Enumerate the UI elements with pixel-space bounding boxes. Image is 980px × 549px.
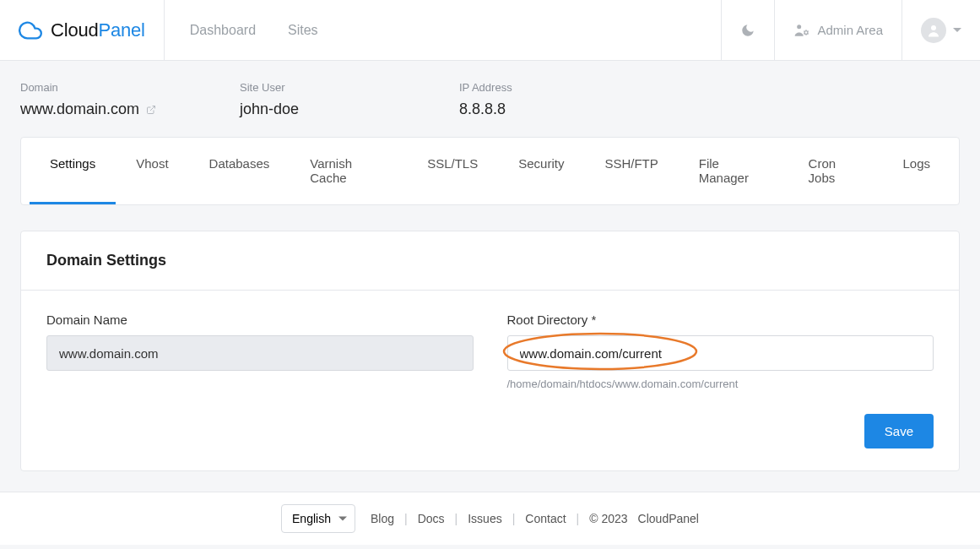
- tabs-card: Settings Vhost Databases Varnish Cache S…: [20, 137, 960, 205]
- footer: English Blog | Docs | Issues | Contact |…: [0, 492, 980, 545]
- ip-value: 8.8.8.8: [459, 101, 679, 118]
- svg-point-1: [805, 30, 809, 34]
- domain-name-field-group: Domain Name: [46, 313, 474, 390]
- moon-icon: [740, 23, 755, 38]
- tab-file-manager[interactable]: File Manager: [679, 138, 788, 204]
- site-info-ip: IP Address 8.8.8.8: [459, 81, 679, 118]
- footer-docs[interactable]: Docs: [418, 512, 445, 525]
- nav-dashboard[interactable]: Dashboard: [190, 23, 256, 38]
- tabs: Settings Vhost Databases Varnish Cache S…: [21, 138, 959, 204]
- footer-copyright: © 2023: [589, 512, 627, 525]
- admin-area-link[interactable]: Admin Area: [774, 0, 901, 60]
- dark-mode-toggle[interactable]: [721, 0, 774, 60]
- tab-logs[interactable]: Logs: [882, 138, 950, 204]
- topbar: CloudPanel Dashboard Sites Admin Area: [0, 0, 980, 61]
- nav-sites[interactable]: Sites: [288, 23, 318, 38]
- user-menu[interactable]: [901, 0, 980, 60]
- domain-value: www.domain.com: [20, 101, 139, 118]
- tab-varnish[interactable]: Varnish Cache: [290, 138, 407, 204]
- save-button[interactable]: Save: [864, 414, 934, 448]
- domain-name-label: Domain Name: [46, 313, 474, 327]
- tab-vhost[interactable]: Vhost: [116, 138, 188, 204]
- footer-contact[interactable]: Contact: [525, 512, 566, 525]
- page-content: Domain www.domain.com Site User john-doe…: [0, 61, 980, 492]
- admin-area-label: Admin Area: [817, 23, 883, 37]
- footer-issues[interactable]: Issues: [468, 512, 501, 525]
- actions-row: Save: [46, 414, 934, 448]
- footer-blog[interactable]: Blog: [371, 512, 394, 525]
- svg-point-2: [931, 25, 936, 30]
- root-directory-input[interactable]: [507, 335, 934, 371]
- domain-name-input: [46, 335, 474, 371]
- domain-label: Domain: [20, 81, 240, 94]
- root-directory-label: Root Directory *: [507, 313, 934, 327]
- external-link-icon[interactable]: [146, 105, 156, 115]
- tab-ssh-ftp[interactable]: SSH/FTP: [584, 138, 678, 204]
- users-gear-icon: [793, 22, 810, 39]
- ip-label: IP Address: [459, 81, 679, 94]
- tab-settings[interactable]: Settings: [30, 138, 116, 204]
- language-select[interactable]: English: [281, 504, 355, 533]
- root-directory-field-group: Root Directory * /home/domain/htdocs/www…: [507, 313, 934, 390]
- avatar: [921, 18, 946, 43]
- domain-settings-panel: Domain Settings Domain Name Root Directo…: [20, 231, 960, 471]
- chevron-down-icon: [953, 28, 961, 32]
- logo-text: CloudPanel: [51, 19, 145, 41]
- tab-databases[interactable]: Databases: [189, 138, 290, 204]
- user-icon: [926, 23, 941, 38]
- panel-header: Domain Settings: [21, 231, 959, 291]
- topbar-right: Admin Area: [721, 0, 980, 60]
- svg-line-3: [150, 106, 155, 111]
- site-info-row: Domain www.domain.com Site User john-doe…: [20, 81, 960, 118]
- site-info-domain: Domain www.domain.com: [20, 81, 240, 118]
- tab-ssl[interactable]: SSL/TLS: [407, 138, 498, 204]
- panel-title: Domain Settings: [46, 252, 934, 269]
- footer-links: Blog | Docs | Issues | Contact | © 2023 …: [371, 512, 699, 525]
- main-nav: Dashboard Sites: [165, 0, 722, 60]
- logo[interactable]: CloudPanel: [0, 0, 165, 60]
- site-user-value: john-doe: [240, 101, 459, 118]
- root-directory-help: /home/domain/htdocs/www.domain.com/curre…: [507, 378, 934, 390]
- site-user-label: Site User: [240, 81, 459, 94]
- cloud-logo-icon: [19, 19, 42, 42]
- footer-brand: CloudPanel: [638, 512, 699, 525]
- tab-cron-jobs[interactable]: Cron Jobs: [788, 138, 883, 204]
- panel-body: Domain Name Root Directory * /home/domai…: [21, 291, 959, 470]
- svg-point-0: [798, 24, 802, 29]
- site-info-user: Site User john-doe: [240, 81, 459, 118]
- tab-security[interactable]: Security: [498, 138, 584, 204]
